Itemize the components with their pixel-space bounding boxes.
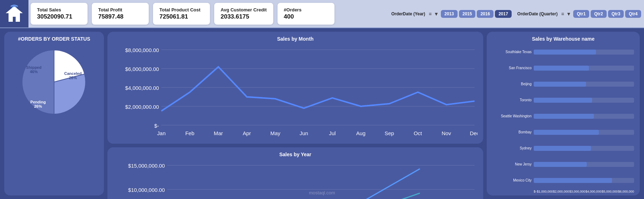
quarter-filter-buttons: Qtr1 Qtr2 Qtr3 Qtr4 xyxy=(573,10,641,18)
quarter-filter-icons: ≡ ▼ xyxy=(560,11,572,17)
bar-track xyxy=(534,66,634,71)
kpi-total-product-cost-label: Total Product Cost xyxy=(159,7,204,12)
kpi-avg-customer-credit-value: 2033.6175 xyxy=(221,13,267,20)
quarter-filter-qtr2[interactable]: Qtr2 xyxy=(591,10,607,18)
line-chart-month-svg: $8,000,000.00 $6,000,000.00 $4,000,000.0… xyxy=(113,44,477,138)
bar-track xyxy=(534,178,634,183)
year-filter-2015[interactable]: 2015 xyxy=(459,10,476,18)
svg-text:May: May xyxy=(270,131,281,136)
svg-text:Feb: Feb xyxy=(185,131,195,136)
svg-marker-0 xyxy=(6,6,23,22)
quarter-filter-qtr1[interactable]: Qtr1 xyxy=(573,10,589,18)
kpi-avg-customer-credit-label: Avg Customer Credit xyxy=(221,7,267,12)
svg-text:Nov: Nov xyxy=(442,131,451,136)
bar-row: San Francisco xyxy=(492,60,634,76)
bar-row: Southlake Texas xyxy=(492,44,634,60)
middle-panel: Sales by Month $8,000,000.00 $6,000,000.… xyxy=(107,32,483,195)
year-filter-title: OrderDate (Year) xyxy=(391,11,425,16)
svg-text:$2,000,000.00: $2,000,000.00 xyxy=(125,104,159,110)
svg-text:Pending: Pending xyxy=(30,100,46,104)
bar-row: New Jersy xyxy=(492,156,634,172)
bar-label: San Francisco xyxy=(492,66,532,70)
year-filter-panel: OrderDate (Year) ≡ ▼ 2013 2015 2016 2017 xyxy=(389,0,514,27)
bar-label: Beijing xyxy=(492,82,532,86)
quarter-filter-funnel-icon[interactable]: ▼ xyxy=(565,11,572,17)
kpi-total-product-cost-value: 725061.81 xyxy=(159,13,204,20)
pie-chart: Canceled 28% Pending 26% Shipped 46% xyxy=(17,45,91,119)
svg-text:46%: 46% xyxy=(30,70,38,74)
bar-fill xyxy=(534,114,594,119)
bar-fill xyxy=(534,98,592,103)
quarter-filter-qtr4[interactable]: Qtr4 xyxy=(625,10,641,18)
svg-text:$8,000,000.00: $8,000,000.00 xyxy=(125,47,159,53)
bar-label: Mexico City xyxy=(492,178,532,182)
kpi-total-product-cost: Total Product Cost 725061.81 xyxy=(153,3,210,25)
bar-row: Mexico City xyxy=(492,172,634,188)
svg-text:Shipped: Shipped xyxy=(26,65,41,70)
kpi-total-sales: Total Sales 30520090.71 xyxy=(31,3,88,25)
kpi-orders: #Orders 400 xyxy=(278,3,334,25)
svg-text:Apr: Apr xyxy=(243,131,251,136)
year-filter-funnel-icon[interactable]: ▼ xyxy=(433,11,439,17)
bar-label: Sydney xyxy=(492,146,532,150)
bar-fill xyxy=(534,162,587,167)
home-button[interactable] xyxy=(0,0,28,27)
svg-text:28%: 28% xyxy=(69,76,77,80)
pie-svg: Canceled 28% Pending 26% Shipped 46% xyxy=(17,45,91,119)
bar-label: Seattle Washington xyxy=(492,114,532,118)
quarter-filter-title: OrderDate (Quarter) xyxy=(517,11,558,16)
sales-by-month-title: Sales by Month xyxy=(113,36,477,42)
quarter-filter-panel: OrderDate (Quarter) ≡ ▼ Qtr1 Qtr2 Qtr3 Q… xyxy=(514,0,644,27)
bar-row: Sydney xyxy=(492,140,634,156)
orders-by-status-panel: #ORDERS BY ORDER STATUS Canceled 28% P xyxy=(4,32,104,195)
bar-fill xyxy=(534,82,586,87)
svg-text:Aug: Aug xyxy=(356,131,365,136)
svg-text:Mar: Mar xyxy=(214,131,223,136)
main-content: #ORDERS BY ORDER STATUS Canceled 28% P xyxy=(0,28,644,199)
year-filter-sort-icon[interactable]: ≡ xyxy=(428,11,432,17)
kpi-total-profit-label: Total Profit xyxy=(98,7,142,12)
bar-row: Bombay xyxy=(492,124,634,140)
sales-by-year-title: Sales by Year xyxy=(113,152,477,157)
year-filter-2016[interactable]: 2016 xyxy=(477,10,493,18)
svg-text:$15,000,000.00: $15,000,000.00 xyxy=(128,163,165,169)
bar-chart-container: Southlake TexasSan FranciscoBeijingToron… xyxy=(492,44,634,188)
bar-track xyxy=(534,146,634,151)
bar-label: Toronto xyxy=(492,98,532,102)
bar-track xyxy=(534,82,634,87)
bar-label: Southlake Texas xyxy=(492,50,532,54)
sales-by-month-panel: Sales by Month $8,000,000.00 $6,000,000.… xyxy=(107,32,483,144)
top-bar: Total Sales 30520090.71 Total Profit 758… xyxy=(0,0,644,28)
svg-text:Canceled: Canceled xyxy=(64,71,82,76)
kpi-orders-value: 400 xyxy=(284,13,328,20)
quarter-filter-qtr3[interactable]: Qtr3 xyxy=(608,10,624,18)
bar-track xyxy=(534,98,634,103)
kpi-total-sales-value: 30520090.71 xyxy=(37,13,81,20)
year-filter-2017[interactable]: 2017 xyxy=(495,10,512,18)
quarter-filter-sort-icon[interactable]: ≡ xyxy=(560,11,565,17)
kpi-orders-label: #Orders xyxy=(284,7,328,12)
kpi-avg-customer-credit: Avg Customer Credit 2033.6175 xyxy=(214,3,273,25)
sales-by-month-chart: $8,000,000.00 $6,000,000.00 $4,000,000.0… xyxy=(113,44,477,138)
sales-by-year-panel: Sales by Year $15,000,000.00 $10,000,000… xyxy=(107,147,483,199)
svg-text:Dec: Dec xyxy=(470,131,477,136)
sales-by-warehouse-panel: Sales by Warehouse name Southlake TexasS… xyxy=(487,32,640,195)
year-filter-2013[interactable]: 2013 xyxy=(441,10,458,18)
orders-by-status-title: #ORDERS BY ORDER STATUS xyxy=(18,36,90,42)
bar-row: Seattle Washington xyxy=(492,108,634,124)
sales-by-year-chart: $15,000,000.00 $10,000,000.00 $5,000,000… xyxy=(113,159,477,199)
svg-text:Oct: Oct xyxy=(414,131,422,136)
bar-fill xyxy=(534,130,599,135)
sales-by-warehouse-title: Sales by Warehouse name xyxy=(492,36,634,42)
bar-track xyxy=(534,50,634,55)
bar-fill xyxy=(534,66,589,71)
bar-fill xyxy=(534,146,591,151)
kpi-total-sales-label: Total Sales xyxy=(37,7,81,12)
bar-label: Bombay xyxy=(492,130,532,134)
svg-text:Jan: Jan xyxy=(157,131,165,136)
bar-fill xyxy=(534,50,596,55)
bar-fill xyxy=(534,178,612,183)
svg-text:$4,000,000.00: $4,000,000.00 xyxy=(125,85,159,91)
bar-label: New Jersy xyxy=(492,162,532,166)
svg-text:$10,000,000.00: $10,000,000.00 xyxy=(128,187,165,193)
